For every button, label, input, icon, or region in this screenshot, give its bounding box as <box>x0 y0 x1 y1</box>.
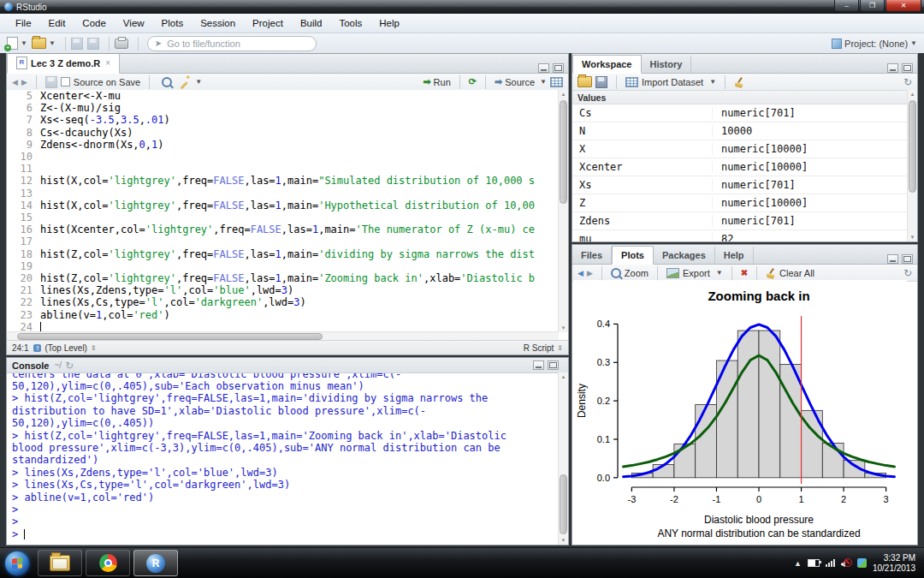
code-line[interactable]: 5Xcenter<-X-mu <box>7 90 568 102</box>
run-button[interactable]: ➡ Run <box>423 76 450 87</box>
scroll-up-icon[interactable]: ▲ <box>559 90 568 98</box>
maximize-button[interactable]: ❐ <box>860 0 885 12</box>
workspace-row[interactable]: Csnumeric[701] <box>572 104 917 122</box>
code-line[interactable]: 20hist(Z,col='lightgrey',freq=FALSE,las=… <box>7 272 568 284</box>
window-titlebar[interactable]: RStudio – ❐ ✕ <box>0 0 924 14</box>
scroll-down-icon[interactable]: ▼ <box>559 324 568 332</box>
code-line[interactable]: 10 <box>7 151 568 163</box>
zoom-plot-button[interactable]: Zoom <box>611 268 649 278</box>
workspace-vertical-scrollbar[interactable]: ▲ ▼ <box>907 90 917 241</box>
maximize-pane-icon[interactable] <box>902 63 913 73</box>
console-output[interactable]: centers the data at 0',xlab='Diastolic b… <box>7 372 559 545</box>
workspace-row[interactable]: Xsnumeric[701] <box>572 176 917 194</box>
project-menu-button[interactable]: Project: (None) ▼ <box>832 39 917 49</box>
menu-session[interactable]: Session <box>192 15 244 31</box>
clear-all-plots-button[interactable]: Clear All <box>766 268 814 278</box>
scroll-up-icon[interactable]: ▲ <box>559 372 568 381</box>
find-icon[interactable] <box>162 77 172 87</box>
refresh-icon[interactable]: ↻ <box>903 77 912 87</box>
menu-code[interactable]: Code <box>74 15 115 31</box>
minimize-pane-icon[interactable] <box>887 63 898 73</box>
volume-muted-icon[interactable] <box>841 559 851 568</box>
code-line[interactable]: 11 <box>7 163 568 175</box>
code-line[interactable]: 9Zdens<-dnorm(Xs,0,1) <box>7 139 568 151</box>
code-line[interactable]: 17 <box>7 235 568 247</box>
import-dataset-button[interactable]: Import Dataset ▼ <box>625 77 716 87</box>
next-plot-icon[interactable]: ▶ <box>587 269 593 277</box>
code-line[interactable]: 12hist(X,col='lightgrey',freq=FALSE,las=… <box>7 175 568 187</box>
save-workspace-icon[interactable] <box>595 76 607 88</box>
scroll-down-icon[interactable]: ▼ <box>908 233 917 241</box>
taskbar-chrome-button[interactable] <box>86 550 130 576</box>
export-plot-button[interactable]: Export ▼ <box>666 268 723 278</box>
file-type-selector[interactable]: R Script ⇕ <box>524 343 563 353</box>
tab-help[interactable]: Help <box>715 247 754 264</box>
workspace-row[interactable]: Xcenternumeric[10000] <box>572 158 917 176</box>
rerun-icon[interactable]: ⟳ <box>469 76 477 87</box>
code-line[interactable]: 6Z<-(X-mu)/sig <box>7 102 568 114</box>
code-line[interactable]: 21lines(Xs,Zdens,type='l',col='blue',lwd… <box>7 284 568 296</box>
workspace-row[interactable]: Znumeric[10000] <box>572 194 917 212</box>
maximize-pane-icon[interactable] <box>548 361 559 370</box>
tab-history[interactable]: History <box>642 56 692 73</box>
code-line[interactable]: 7Xs<-seq(-3.5,3.5,.01) <box>7 114 568 126</box>
outline-icon[interactable] <box>550 77 563 87</box>
action-center-icon[interactable] <box>857 558 867 568</box>
menu-view[interactable]: View <box>115 15 153 31</box>
close-button[interactable]: ✕ <box>886 0 921 12</box>
workspace-row[interactable]: Xnumeric[10000] <box>572 140 917 158</box>
code-line[interactable]: 15 <box>7 212 568 223</box>
maximize-pane-icon[interactable] <box>553 63 564 73</box>
scroll-up-icon[interactable]: ▲ <box>908 90 917 98</box>
code-line[interactable]: 18hist(Z,col='lightgrey',freq=FALSE,las=… <box>7 248 568 260</box>
save-icon[interactable] <box>45 76 57 88</box>
tab-workspace[interactable]: Workspace <box>572 55 642 74</box>
tab-packages[interactable]: Packages <box>654 247 715 264</box>
code-line[interactable]: 13 <box>7 188 568 200</box>
scope-selector[interactable]: f (Top Level) ⇕ <box>33 343 96 353</box>
load-workspace-icon[interactable] <box>578 76 592 87</box>
forward-icon[interactable]: ▶ <box>21 78 27 86</box>
workspace-row[interactable]: mu82 <box>572 230 917 242</box>
clear-workspace-icon[interactable] <box>734 77 744 87</box>
menu-edit[interactable]: Edit <box>40 15 74 31</box>
previous-plot-icon[interactable]: ◀ <box>578 269 583 277</box>
close-tab-icon[interactable]: × <box>105 58 110 68</box>
taskbar-rstudio-button[interactable]: R <box>133 550 178 576</box>
minimize-pane-icon[interactable] <box>538 63 549 73</box>
refresh-icon[interactable]: ↻ <box>903 268 912 278</box>
clock[interactable]: 3:32 PM 10/21/2013 <box>873 553 915 574</box>
tab-source-file[interactable]: R Lec 3 Z demo.R × <box>7 53 120 74</box>
taskbar-explorer-button[interactable] <box>38 550 82 576</box>
minimize-pane-icon[interactable] <box>887 254 898 264</box>
code-tools-icon[interactable] <box>179 77 189 87</box>
goto-file-input[interactable]: ➤ Go to file/function <box>147 36 317 51</box>
network-signal-icon[interactable] <box>826 559 835 567</box>
code-line[interactable]: 8Cs<-dcauchy(Xs) <box>7 127 568 139</box>
workspace-row[interactable]: Zdensnumeric[701] <box>572 212 917 230</box>
code-line[interactable]: 23abline(v=1,col='red') <box>7 309 568 321</box>
console-vertical-scrollbar[interactable]: ▲ ▼ <box>558 372 568 545</box>
menu-file[interactable]: File <box>7 15 40 31</box>
save-button[interactable] <box>71 38 83 50</box>
tab-plots[interactable]: Plots <box>612 246 654 265</box>
code-line[interactable]: 16hist(Xcenter,col='lightgrey',freq=FALS… <box>7 223 568 235</box>
code-line[interactable]: 19 <box>7 260 568 272</box>
save-all-button[interactable] <box>87 38 99 50</box>
code-line[interactable]: 14hist(X,col='lightgrey',freq=FALSE,las=… <box>7 200 568 212</box>
menu-plots[interactable]: Plots <box>153 15 192 31</box>
start-button[interactable] <box>5 551 29 575</box>
minimize-pane-icon[interactable] <box>533 361 544 370</box>
goto-working-dir-icon[interactable]: ↻ <box>65 361 74 371</box>
scroll-down-icon[interactable]: ▼ <box>559 536 568 545</box>
menu-project[interactable]: Project <box>244 15 292 31</box>
remove-plot-icon[interactable]: ✖ <box>741 268 748 277</box>
workspace-row[interactable]: N10000 <box>572 122 917 140</box>
minimize-button[interactable]: – <box>834 0 859 12</box>
battery-icon[interactable] <box>808 559 820 567</box>
menu-build[interactable]: Build <box>292 15 331 31</box>
show-hidden-icons-icon[interactable]: ▲ <box>794 559 802 568</box>
code-editor[interactable]: 5Xcenter<-X-mu6Z<-(X-mu)/sig7Xs<-seq(-3.… <box>7 90 568 332</box>
back-icon[interactable]: ◀ <box>12 78 18 86</box>
editor-vertical-scrollbar[interactable]: ▲ ▼ <box>558 90 568 332</box>
